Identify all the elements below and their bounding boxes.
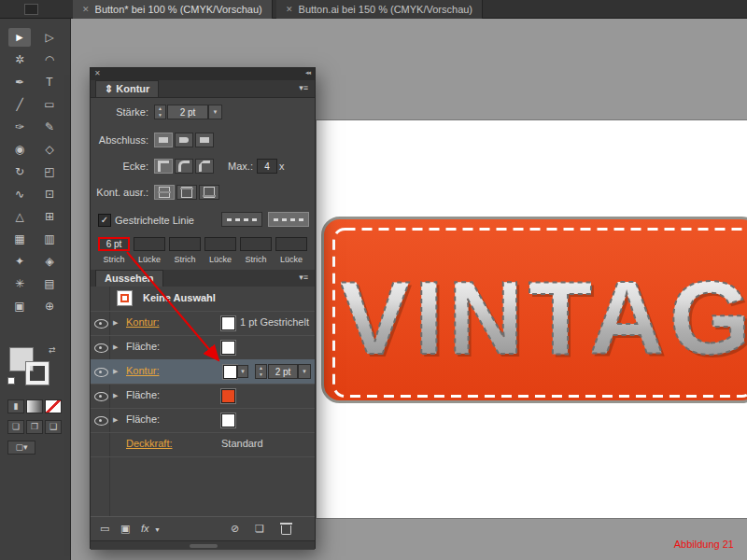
- tab-appearance-panel[interactable]: Aussehen: [95, 270, 163, 287]
- rotate-tool[interactable]: ↻: [8, 162, 31, 181]
- pencil-tool[interactable]: ✎: [38, 118, 61, 136]
- add-effect-fx-icon[interactable]: fx: [141, 523, 149, 534]
- fill-swatch-red[interactable]: [221, 389, 235, 403]
- close-icon[interactable]: ✕: [286, 5, 293, 14]
- stepper-up-icon[interactable]: ▲: [256, 365, 266, 371]
- clear-appearance-icon[interactable]: ⊘: [231, 523, 239, 535]
- stroke-weight-stepper[interactable]: ▲ ▼: [154, 105, 166, 119]
- panel-menu-icon[interactable]: ▾≡: [299, 83, 308, 92]
- draw-inside-button[interactable]: ❑: [45, 420, 62, 434]
- appearance-row-fill-2[interactable]: ▶ Fläche:: [91, 384, 315, 409]
- add-new-fill-icon[interactable]: ▣: [120, 523, 130, 535]
- tab-document-2[interactable]: ✕ Button.ai bei 150 % (CMYK/Vorschau): [276, 0, 483, 19]
- weight-dropdown-icon[interactable]: ▼: [298, 364, 311, 379]
- tab-stroke-panel[interactable]: ⇕ Kontur: [95, 80, 159, 97]
- paintbrush-tool[interactable]: ✑: [8, 118, 31, 136]
- stroke-color-swatch[interactable]: [223, 365, 237, 379]
- perspective-grid-tool[interactable]: ⊞: [38, 207, 61, 226]
- panel-close-icon[interactable]: ✕: [94, 69, 101, 77]
- shape-builder-tool[interactable]: △: [8, 207, 31, 226]
- blend-tool[interactable]: ◈: [38, 252, 61, 271]
- stroke-attribute-link[interactable]: Kontur:: [126, 365, 159, 376]
- rectangle-tool[interactable]: ▭: [38, 95, 61, 114]
- scale-tool[interactable]: ◰: [38, 162, 61, 181]
- draw-normal-button[interactable]: ❏: [7, 420, 24, 434]
- direct-selection-tool[interactable]: ▷: [38, 28, 61, 47]
- delete-item-trash-icon[interactable]: [281, 525, 291, 535]
- appearance-row-stroke-2-selected[interactable]: ▶ Kontur: ▼ ▲ ▼ 2 pt ▼: [91, 359, 315, 385]
- round-join-button[interactable]: [175, 159, 193, 174]
- disclosure-triangle-icon[interactable]: ▶: [113, 319, 118, 327]
- visibility-eye-icon[interactable]: [94, 416, 108, 426]
- dash-input-2[interactable]: [169, 237, 201, 251]
- align-stroke-outside-button[interactable]: [199, 185, 219, 200]
- visibility-eye-icon[interactable]: [94, 343, 108, 353]
- fill-attribute-label[interactable]: Fläche:: [126, 341, 160, 352]
- panel-menu-icon[interactable]: ▾≡: [299, 273, 308, 282]
- eyedropper-tool[interactable]: ✦: [8, 252, 31, 271]
- stepper-up-icon[interactable]: ▲: [155, 105, 165, 112]
- appearance-row-stroke-1[interactable]: ▶ Kontur: 1 pt Gestrichelt: [91, 311, 315, 336]
- stroke-weight-dropdown-icon[interactable]: ▼: [208, 105, 222, 119]
- visibility-eye-icon[interactable]: [94, 392, 108, 401]
- pen-tool[interactable]: ✒: [8, 73, 31, 91]
- align-dashes-button[interactable]: [268, 212, 309, 227]
- lasso-tool[interactable]: ◠: [38, 50, 61, 69]
- stroke-swatch[interactable]: [221, 316, 235, 330]
- stroke-color-swatch[interactable]: [26, 362, 49, 385]
- visibility-eye-icon[interactable]: [94, 368, 108, 377]
- fx-caret-icon[interactable]: ▼: [154, 526, 161, 533]
- gradient-mode-button[interactable]: [26, 399, 43, 413]
- appearance-row-opacity[interactable]: Deckkraft: Standard: [91, 432, 315, 457]
- gap-input-2[interactable]: [204, 237, 236, 251]
- gap-input-3[interactable]: [275, 237, 307, 251]
- projecting-cap-button[interactable]: [195, 133, 214, 147]
- magic-wand-tool[interactable]: ✲: [8, 50, 31, 69]
- tab-document-1[interactable]: ✕ Button* bei 100 % (CMYK/Vorschau): [73, 0, 273, 19]
- collapse-panel-icon[interactable]: ◂◂: [305, 69, 310, 77]
- free-transform-tool[interactable]: ⊡: [38, 185, 61, 203]
- swap-fill-stroke-icon[interactable]: ⇄: [49, 345, 56, 355]
- none-mode-button[interactable]: [45, 399, 62, 413]
- butt-cap-button[interactable]: [154, 133, 173, 147]
- miter-limit-input[interactable]: 4: [257, 159, 277, 174]
- add-new-stroke-icon[interactable]: ▭: [100, 523, 109, 535]
- selection-tool[interactable]: ►: [8, 28, 31, 47]
- disclosure-triangle-icon[interactable]: ▶: [113, 343, 118, 351]
- fill-attribute-label[interactable]: Fläche:: [126, 389, 160, 400]
- symbol-sprayer-tool[interactable]: ✳: [8, 274, 31, 293]
- appearance-row-fill-1[interactable]: ▶ Fläche:: [91, 335, 315, 360]
- miter-join-button[interactable]: [154, 159, 173, 174]
- stroke-attribute-link[interactable]: Kontur:: [126, 316, 159, 328]
- visibility-eye-icon[interactable]: [94, 319, 108, 329]
- gradient-tool[interactable]: ▥: [38, 230, 61, 248]
- align-stroke-center-button[interactable]: [154, 185, 175, 200]
- panel-resize-grip[interactable]: [190, 544, 218, 548]
- color-mode-button[interactable]: ▮: [7, 399, 24, 413]
- fill-swatch[interactable]: [221, 341, 235, 355]
- panel-group-header[interactable]: ✕ ◂◂: [91, 68, 315, 80]
- disclosure-triangle-icon[interactable]: ▶: [113, 368, 118, 375]
- preserve-dashes-button[interactable]: [221, 212, 262, 227]
- draw-behind-button[interactable]: ❐: [26, 420, 43, 434]
- gap-input-1[interactable]: [134, 237, 165, 251]
- default-fill-stroke-icon[interactable]: [7, 377, 15, 385]
- appearance-header-row[interactable]: Keine Auswahl: [91, 287, 315, 312]
- stroke-weight-input[interactable]: 2 pt: [167, 105, 208, 119]
- mesh-tool[interactable]: ▦: [8, 230, 31, 248]
- dash-input-3[interactable]: [240, 237, 272, 251]
- eraser-tool[interactable]: ◇: [38, 140, 61, 159]
- duplicate-item-icon[interactable]: ❏: [255, 523, 264, 535]
- line-segment-tool[interactable]: ╱: [8, 95, 31, 114]
- stepper-down-icon[interactable]: ▼: [155, 112, 165, 119]
- swatch-dropdown-icon[interactable]: ▼: [237, 365, 248, 378]
- align-stroke-inside-button[interactable]: [176, 185, 197, 200]
- column-graph-tool[interactable]: ▤: [38, 274, 61, 293]
- stroke-weight-input[interactable]: 2 pt: [268, 364, 298, 379]
- close-icon[interactable]: ✕: [82, 5, 90, 14]
- dash-input-1[interactable]: 6 pt: [98, 237, 130, 251]
- width-tool[interactable]: ∿: [8, 185, 31, 203]
- appearance-row-fill-3[interactable]: ▶ Fläche:: [91, 408, 315, 433]
- disclosure-triangle-icon[interactable]: ▶: [113, 392, 118, 399]
- type-tool[interactable]: T: [38, 73, 61, 91]
